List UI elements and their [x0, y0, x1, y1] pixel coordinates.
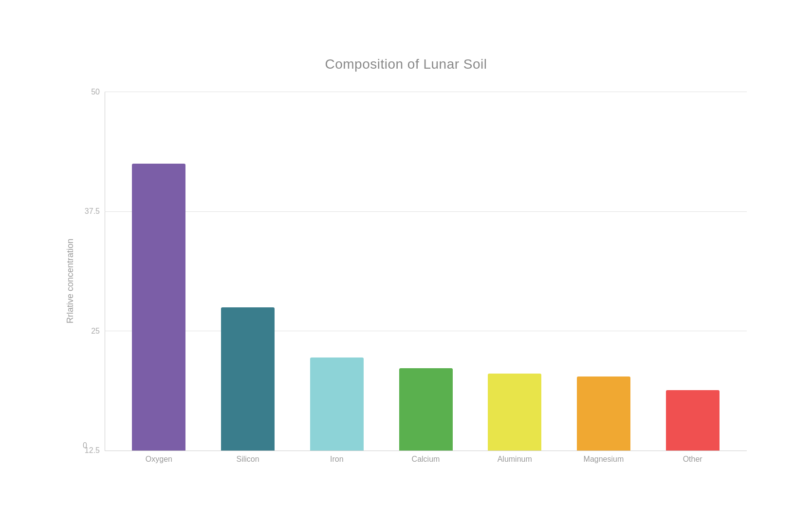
bar-oxygen — [132, 164, 185, 451]
chart-title: Composition of Lunar Soil — [325, 56, 487, 72]
bar-other — [666, 390, 720, 451]
x-label-group: Aluminum — [470, 451, 559, 471]
bar-group — [648, 92, 737, 451]
x-label-group: Calcium — [381, 451, 470, 471]
grid-tick-label: 12.5 — [75, 446, 100, 455]
grid-tick-label: 25 — [75, 327, 100, 336]
bar-group — [292, 92, 381, 451]
bar-group — [114, 92, 203, 451]
chart-container: Composition of Lunar Soil Rrlative conce… — [65, 56, 747, 471]
x-axis-label-iron: Iron — [330, 455, 344, 464]
grid-tick-label: 50 — [75, 88, 100, 96]
x-axis-label-calcium: Calcium — [412, 455, 440, 464]
x-axis-label-oxygen: Oxygen — [146, 455, 172, 464]
x-axis-label-aluminum: Aluminum — [498, 455, 532, 464]
bar-group — [381, 92, 470, 451]
x-axis: OxygenSiliconIronCalciumAluminumMagnesiu… — [105, 451, 747, 471]
chart-area: Rrlative concentration 5037.52512.5 0 Ox… — [65, 92, 747, 471]
x-label-group: Oxygen — [114, 451, 203, 471]
bar-group — [559, 92, 648, 451]
bar-group — [203, 92, 293, 451]
bar-silicon — [221, 307, 275, 451]
bar-group — [470, 92, 559, 451]
x-label-group: Magnesium — [559, 451, 648, 471]
bars-container — [105, 92, 747, 451]
bar-magnesium — [577, 376, 630, 452]
grid-and-bars: 5037.52512.5 0 OxygenSiliconIronCalciumA… — [80, 92, 747, 471]
x-axis-label-silicon: Silicon — [237, 455, 259, 464]
x-label-group: Iron — [292, 451, 381, 471]
x-axis-label-magnesium: Magnesium — [584, 455, 624, 464]
bar-aluminum — [488, 374, 541, 451]
bar-calcium — [399, 368, 453, 451]
y-axis-label: Rrlative concentration — [65, 92, 75, 471]
x-axis-label-other: Other — [683, 455, 702, 464]
grid-tick-label: 37.5 — [75, 207, 100, 216]
bar-iron — [310, 358, 364, 451]
axis-zero-label: 0 — [83, 441, 87, 450]
x-label-group: Silicon — [203, 451, 293, 471]
chart-inner: 5037.52512.5 0 OxygenSiliconIronCalciumA… — [80, 92, 747, 471]
x-label-group: Other — [648, 451, 737, 471]
